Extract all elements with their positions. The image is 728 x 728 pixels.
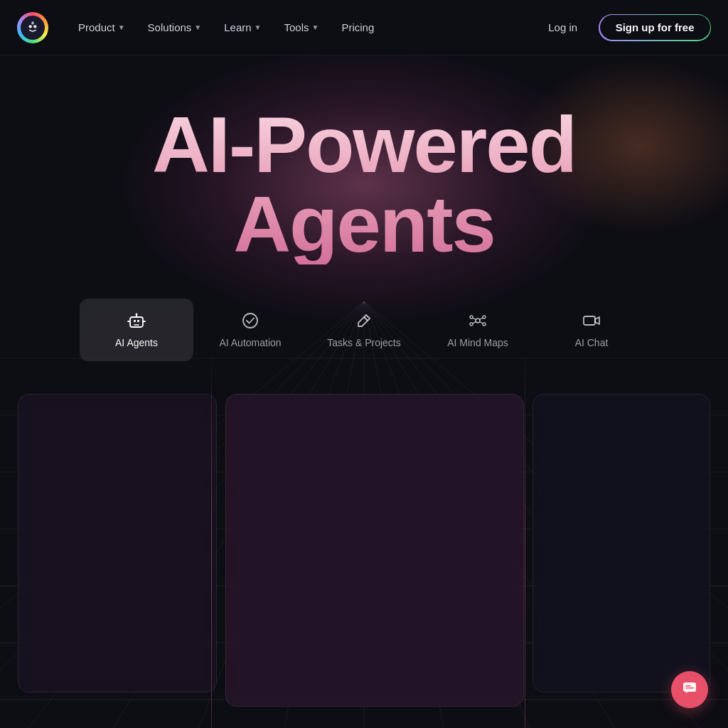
chevron-down-icon: ▼ (194, 23, 201, 31)
tab-ai-mind-maps[interactable]: AI Mind Maps (421, 299, 535, 361)
svg-line-39 (473, 318, 476, 319)
svg-line-33 (364, 317, 368, 321)
svg-point-36 (470, 323, 473, 326)
svg-rect-25 (134, 320, 136, 322)
tab-ai-automation-label: AI Automation (219, 337, 281, 348)
svg-rect-46 (685, 687, 694, 689)
tab-tasks-projects[interactable]: Tasks & Projects (307, 299, 421, 361)
svg-point-35 (470, 316, 473, 318)
svg-rect-3 (31, 21, 33, 24)
svg-point-2 (33, 25, 36, 28)
chat-button[interactable] (671, 671, 708, 708)
svg-line-42 (480, 322, 483, 323)
chevron-down-icon: ▼ (118, 23, 125, 31)
svg-rect-24 (130, 317, 143, 327)
svg-point-38 (483, 323, 486, 326)
nav-item-solutions[interactable]: Solutions ▼ (138, 16, 212, 39)
chevron-down-icon: ▼ (255, 23, 262, 31)
hero-heading: AI-Powered Agents (152, 105, 576, 264)
demo-card-right (532, 394, 710, 692)
svg-point-34 (476, 318, 480, 323)
svg-rect-26 (137, 320, 139, 322)
nav-item-tools[interactable]: Tools ▼ (274, 16, 329, 39)
nav-links: Product ▼ Solutions ▼ Learn ▼ Tools ▼ Pr… (68, 16, 538, 39)
svg-point-37 (483, 316, 486, 318)
svg-rect-43 (584, 316, 595, 325)
svg-point-1 (29, 25, 32, 28)
tab-ai-agents-label: AI Agents (115, 337, 158, 348)
svg-rect-44 (683, 682, 696, 692)
navbar: Product ▼ Solutions ▼ Learn ▼ Tools ▼ Pr… (0, 0, 728, 55)
demo-card-center (225, 394, 524, 707)
svg-point-29 (136, 314, 138, 316)
svg-rect-45 (685, 685, 691, 687)
chat-icon (682, 680, 697, 700)
signup-button-wrapper[interactable]: Sign up for free (599, 14, 711, 41)
robot-icon (127, 311, 146, 330)
demo-card-left (18, 394, 217, 692)
pencil-icon (355, 311, 373, 330)
tab-ai-chat[interactable]: AI Chat (535, 299, 648, 361)
tab-ai-mind-maps-label: AI Mind Maps (447, 337, 508, 348)
demo-area (0, 394, 728, 728)
tab-ai-automation[interactable]: AI Automation (193, 299, 307, 361)
signup-button[interactable]: Sign up for free (600, 15, 710, 40)
tab-ai-chat-label: AI Chat (575, 337, 609, 348)
nav-item-pricing[interactable]: Pricing (331, 16, 384, 39)
login-button[interactable]: Log in (538, 16, 587, 39)
hero-section: AI-Powered Agents AI Agents (0, 0, 728, 728)
feature-tabs: AI Agents AI Automation Tasks & Projects (0, 299, 728, 361)
nav-right: Log in Sign up for free (538, 14, 711, 41)
logo-icon (21, 16, 45, 40)
nav-item-product[interactable]: Product ▼ (68, 16, 135, 39)
svg-line-40 (473, 322, 476, 323)
tab-ai-agents[interactable]: AI Agents (80, 299, 193, 361)
hero-title: AI-Powered Agents (152, 105, 576, 264)
brand-logo[interactable] (17, 12, 48, 43)
svg-point-32 (243, 314, 257, 328)
tab-tasks-projects-label: Tasks & Projects (327, 337, 400, 348)
mind-map-icon (469, 311, 487, 330)
nav-item-learn[interactable]: Learn ▼ (214, 16, 271, 39)
chevron-down-icon: ▼ (312, 23, 319, 31)
svg-line-41 (480, 318, 483, 319)
video-icon (582, 311, 601, 330)
checkmark-circle-icon (241, 311, 259, 330)
